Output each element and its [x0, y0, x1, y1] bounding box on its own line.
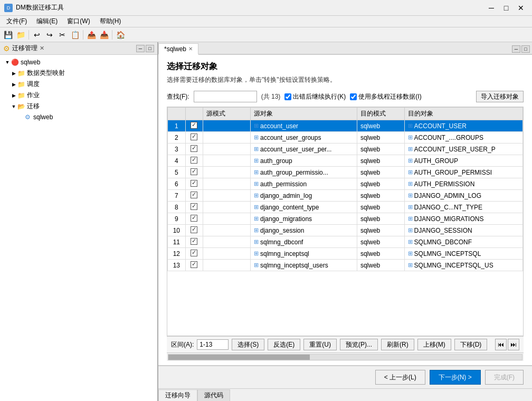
- tab-source-code[interactable]: 源代码: [197, 389, 230, 401]
- next-button[interactable]: 下一步(N) >: [430, 370, 481, 385]
- tree-root[interactable]: ▼ 🔴 sqlweb: [2, 57, 155, 68]
- menu-file[interactable]: 文件(F): [2, 16, 31, 27]
- horizontal-scrollbar[interactable]: [168, 354, 522, 360]
- toolbar-save[interactable]: 💾: [2, 29, 14, 41]
- row-check-12[interactable]: [185, 248, 203, 260]
- row-check-5[interactable]: [185, 167, 203, 178]
- search-checkbox1[interactable]: 出错后继续执行(K): [284, 92, 346, 101]
- table-row[interactable]: 6 ⊞ auth_permission sqlweb ⊞ AUTH_PERMIS…: [168, 178, 523, 190]
- move-down-button[interactable]: 下移(D): [454, 339, 488, 350]
- checkbox-icon-11[interactable]: [191, 238, 197, 245]
- reset-button[interactable]: 重置(U): [303, 339, 337, 350]
- tab-migration-wizard[interactable]: 迁移向导: [158, 389, 197, 401]
- row-check-10[interactable]: [185, 225, 203, 236]
- range-input[interactable]: [197, 339, 229, 350]
- tree-root-toggle[interactable]: ▼: [4, 59, 11, 65]
- toolbar-redo[interactable]: ↪: [44, 29, 55, 41]
- tree-item-migration[interactable]: ▼ 📂 迁移: [2, 101, 155, 112]
- table-row[interactable]: 2 ⊞ account_user_groups sqlweb ⊞ ACCOUNT…: [168, 132, 523, 144]
- table-row[interactable]: 9 ⊞ django_migrations sqlweb ⊞ DJANGO_MI…: [168, 213, 523, 225]
- table-row[interactable]: 7 ⊞ django_admin_log sqlweb ⊞ DJANGO_ADM…: [168, 190, 523, 202]
- row-check-11[interactable]: [185, 236, 203, 248]
- row-num-12: 12: [168, 248, 186, 260]
- toolbar-copy[interactable]: 📋: [69, 29, 81, 41]
- row-check-8[interactable]: [185, 202, 203, 213]
- table-row[interactable]: 13 ⊞ sqlmng_inceptsql_users sqlweb ⊞ SQL…: [168, 260, 523, 271]
- row-check-7[interactable]: [185, 190, 203, 202]
- checkbox-icon-12[interactable]: [191, 250, 197, 256]
- menu-window[interactable]: 窗口(W): [63, 16, 94, 27]
- checkbox-icon-1[interactable]: [191, 122, 197, 129]
- refresh-button[interactable]: 刷新(R): [381, 339, 414, 350]
- row-check-1[interactable]: [185, 120, 203, 132]
- left-panel-min[interactable]: ─: [136, 45, 145, 52]
- tab-ctrl-min[interactable]: ─: [512, 45, 520, 53]
- minimize-button[interactable]: ─: [484, 2, 498, 14]
- checkbox-icon-5[interactable]: [191, 168, 197, 175]
- finish-button[interactable]: 完成(F): [485, 370, 524, 385]
- row-check-9[interactable]: [185, 213, 203, 225]
- menu-help[interactable]: 帮助(H): [96, 16, 126, 27]
- checkbox-icon-4[interactable]: [191, 157, 197, 164]
- multithread-label: 使用多线程迁移数据(I): [358, 92, 421, 101]
- maximize-button[interactable]: □: [499, 2, 513, 14]
- app-icon: D: [4, 4, 13, 12]
- table-row[interactable]: 3 ⊞ account_user_user_per... sqlweb ⊞ AC…: [168, 144, 523, 155]
- toolbar-home[interactable]: 🏠: [115, 29, 126, 41]
- close-button[interactable]: ✕: [514, 2, 528, 14]
- nav-last[interactable]: ⏭: [508, 339, 519, 350]
- checkbox-icon-6[interactable]: [191, 180, 197, 187]
- row-check-6[interactable]: [185, 178, 203, 190]
- checkbox-icon-2[interactable]: [191, 133, 197, 140]
- tree-item-schedule[interactable]: ▶ 📁 调度: [2, 79, 155, 90]
- row-check-2[interactable]: [185, 132, 203, 144]
- tree-item-sqlweb[interactable]: ⚙ sqlweb: [2, 112, 155, 122]
- select-button[interactable]: 选择(S): [232, 339, 264, 350]
- tree-datatypes-toggle[interactable]: ▶: [11, 70, 17, 77]
- tree-item-datatypes[interactable]: ▶ 📁 数据类型映射: [2, 68, 155, 79]
- table-row[interactable]: 10 ⊞ django_session sqlweb ⊞ DJANGO_SESS…: [168, 225, 523, 236]
- table-row[interactable]: 4 ⊞ auth_group sqlweb ⊞ AUTH_GROUP: [168, 155, 523, 167]
- row-check-4[interactable]: [185, 155, 203, 167]
- toolbar-cut[interactable]: ✂: [56, 29, 68, 41]
- search-checkbox2[interactable]: 使用多线程迁移数据(I): [350, 92, 421, 101]
- toolbar-export[interactable]: 📤: [86, 29, 97, 41]
- table-row[interactable]: 8 ⊞ django_content_type sqlweb ⊞ DJANGO_…: [168, 202, 523, 213]
- tab-sqlweb[interactable]: *sqlweb ✕: [158, 43, 198, 55]
- checkbox-icon-8[interactable]: [191, 203, 197, 210]
- nav-first[interactable]: ⏮: [495, 339, 507, 350]
- tree-schedule-toggle[interactable]: ▶: [11, 81, 17, 88]
- import-objects-button[interactable]: 导入迁移对象: [476, 91, 524, 102]
- checkbox-icon-7[interactable]: [191, 192, 197, 198]
- table-row[interactable]: 1 ⊞ account_user sqlweb ⊞ ACCOUNT_USER: [168, 120, 523, 132]
- multithread-checkbox[interactable]: [350, 93, 357, 100]
- checkbox-icon-9[interactable]: [191, 215, 197, 222]
- left-panel-max[interactable]: □: [146, 45, 154, 52]
- continue-on-error-checkbox[interactable]: [284, 93, 291, 100]
- table-row[interactable]: 11 ⊞ sqlmng_dbconf sqlweb ⊞ SQLMNG_DBCON…: [168, 236, 523, 248]
- table-row[interactable]: 5 ⊞ auth_group_permissio... sqlweb ⊞ AUT…: [168, 167, 523, 178]
- row-check-3[interactable]: [185, 144, 203, 155]
- table-row[interactable]: 12 ⊞ sqlmng_inceptsql sqlweb ⊞ SQLMNG_IN…: [168, 248, 523, 260]
- tab-close-icon[interactable]: ✕: [188, 46, 193, 52]
- move-up-button[interactable]: 上移(M): [417, 339, 451, 350]
- preview-button[interactable]: 预览(P)...: [340, 339, 378, 350]
- checkbox-icon-10[interactable]: [191, 226, 197, 233]
- tree-job-toggle[interactable]: ▶: [11, 92, 17, 99]
- menu-edit[interactable]: 编辑(E): [32, 16, 62, 27]
- tree-item-job[interactable]: ▶ 📁 作业: [2, 90, 155, 101]
- prev-button[interactable]: < 上一步(L): [375, 370, 425, 385]
- scrollbar-thumb[interactable]: [168, 355, 310, 360]
- tree-migration-toggle[interactable]: ▼: [11, 103, 17, 110]
- deselect-button[interactable]: 反选(E): [268, 339, 300, 350]
- checkbox-icon-3[interactable]: [191, 145, 197, 152]
- left-panel-close-x[interactable]: ✕: [40, 45, 44, 52]
- toolbar-undo[interactable]: ↩: [31, 29, 43, 41]
- search-input[interactable]: [194, 91, 257, 102]
- toolbar-import[interactable]: 📥: [98, 29, 110, 41]
- tab-ctrl-max[interactable]: □: [521, 45, 530, 53]
- toolbar-open[interactable]: 📁: [15, 29, 26, 41]
- checkbox-icon-13[interactable]: [191, 261, 197, 268]
- row-check-13[interactable]: [185, 260, 203, 271]
- window-title: DM数据迁移工具: [16, 3, 64, 12]
